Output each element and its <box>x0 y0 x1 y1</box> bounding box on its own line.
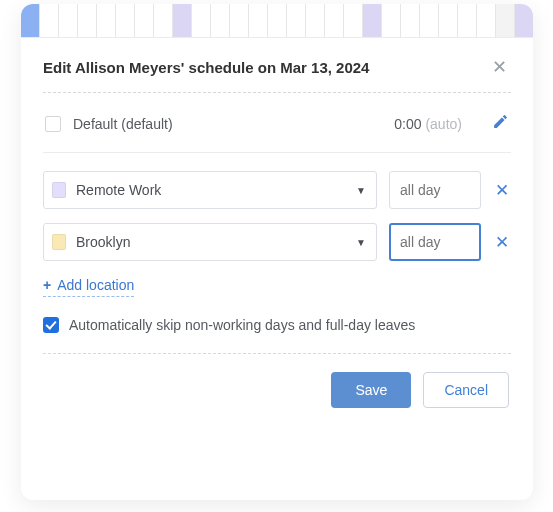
location-swatch <box>52 234 66 250</box>
add-location-label: Add location <box>57 277 134 293</box>
timeline-cell <box>306 4 325 37</box>
locations-list: Remote Work▼✕Brooklyn▼✕ <box>43 171 511 261</box>
remove-location-icon[interactable]: ✕ <box>493 180 511 201</box>
day-timeline-strip <box>21 4 533 38</box>
timeline-cell <box>439 4 458 37</box>
timeline-cell <box>477 4 496 37</box>
timeline-cell <box>287 4 306 37</box>
dialog-body: Edit Allison Meyers' schedule on Mar 13,… <box>21 38 533 408</box>
timeline-cell <box>230 4 249 37</box>
timeline-cell <box>401 4 420 37</box>
save-button[interactable]: Save <box>331 372 411 408</box>
timeline-cell <box>268 4 287 37</box>
timeline-cell <box>420 4 439 37</box>
default-time-suffix: (auto) <box>425 116 462 132</box>
remove-location-icon[interactable]: ✕ <box>493 232 511 253</box>
timeline-cell <box>249 4 268 37</box>
default-time-value: 0:00 <box>394 116 421 132</box>
timeline-cell <box>135 4 154 37</box>
location-name: Brooklyn <box>76 234 356 250</box>
timeline-cell <box>173 4 192 37</box>
timeline-cell <box>344 4 363 37</box>
default-time: 0:00 (auto) <box>394 116 462 132</box>
add-location-button[interactable]: + Add location <box>43 275 134 297</box>
default-checkbox[interactable] <box>45 116 61 132</box>
plus-icon: + <box>43 277 51 293</box>
dialog-titlebar: Edit Allison Meyers' schedule on Mar 13,… <box>43 56 511 92</box>
timeline-cell <box>211 4 230 37</box>
timeline-cell <box>78 4 97 37</box>
timeline-cell <box>59 4 78 37</box>
chevron-down-icon: ▼ <box>356 185 366 196</box>
location-row: Brooklyn▼✕ <box>43 223 511 261</box>
cancel-button[interactable]: Cancel <box>423 372 509 408</box>
location-select[interactable]: Brooklyn▼ <box>43 223 377 261</box>
timeline-cell <box>515 4 533 37</box>
timeline-cell <box>382 4 401 37</box>
timeline-cell <box>325 4 344 37</box>
location-name: Remote Work <box>76 182 356 198</box>
timeline-cell <box>40 4 59 37</box>
auto-skip-checkbox[interactable] <box>43 317 59 333</box>
duration-input[interactable] <box>389 223 481 261</box>
edit-icon[interactable] <box>492 113 509 134</box>
timeline-cell <box>458 4 477 37</box>
dialog-title: Edit Allison Meyers' schedule on Mar 13,… <box>43 59 369 76</box>
location-select[interactable]: Remote Work▼ <box>43 171 377 209</box>
timeline-cell <box>116 4 135 37</box>
timeline-cell <box>363 4 382 37</box>
edit-schedule-dialog: Edit Allison Meyers' schedule on Mar 13,… <box>21 4 533 500</box>
divider <box>43 152 511 153</box>
timeline-cell <box>192 4 211 37</box>
location-swatch <box>52 182 66 198</box>
auto-skip-row: Automatically skip non-working days and … <box>43 317 511 353</box>
timeline-cell <box>97 4 116 37</box>
default-label: Default (default) <box>73 116 382 132</box>
chevron-down-icon: ▼ <box>356 237 366 248</box>
auto-skip-label: Automatically skip non-working days and … <box>69 317 415 333</box>
timeline-cell <box>21 4 40 37</box>
location-row: Remote Work▼✕ <box>43 171 511 209</box>
timeline-cell <box>154 4 173 37</box>
timeline-cell <box>496 4 515 37</box>
dialog-footer: Save Cancel <box>43 354 511 408</box>
close-icon[interactable]: ✕ <box>488 56 511 78</box>
default-schedule-row: Default (default) 0:00 (auto) <box>43 93 511 152</box>
duration-input[interactable] <box>389 171 481 209</box>
